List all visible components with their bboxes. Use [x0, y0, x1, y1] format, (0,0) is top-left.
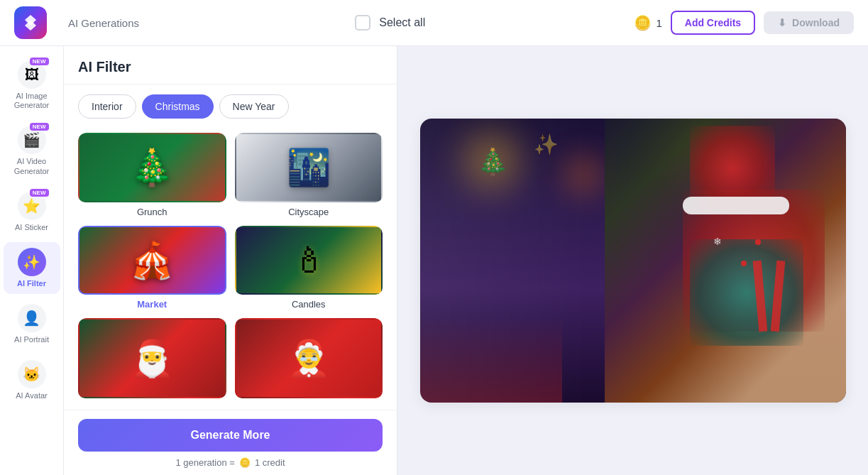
filter-image-candles: 🕯 [235, 226, 383, 295]
add-credits-button[interactable]: Add Credits [671, 11, 755, 35]
tab-interior[interactable]: Interior [78, 94, 136, 119]
sidebar-item-ai-portrait-label: AI Portrait [14, 335, 49, 344]
sidebar-item-ai-image-label: AI Image Generator [11, 92, 53, 110]
sidebar-item-ai-filter-label: AI Filter [17, 279, 46, 288]
generation-coin-icon: 🪙 [239, 457, 251, 468]
preview-area: 🎄 ✨ ❄ [397, 46, 868, 475]
svg-point-0 [28, 21, 33, 25]
ai-generations-nav[interactable]: AI Generations [61, 13, 146, 33]
filter-label-grunch: Grunch [137, 207, 167, 217]
sidebar-item-ai-sticker-label: AI Sticker [15, 223, 48, 232]
filter-image-grunch: 🎄 [78, 133, 226, 202]
credits-count: 1 [656, 17, 661, 29]
sidebar-item-ai-avatar-label: AI Avatar [16, 391, 47, 400]
filter-card-bottom1[interactable]: 🎅 [78, 318, 226, 403]
sidebar: 🖼 NEW AI Image Generator 🎬 NEW AI Video … [0, 46, 64, 475]
sidebar-item-ai-image[interactable]: 🖼 NEW AI Image Generator [4, 55, 60, 116]
credits-display: 🪙 1 [634, 14, 661, 31]
download-button[interactable]: ⬇ Download [764, 11, 854, 34]
filter-image-cityscape: 🌃 [235, 133, 383, 202]
generate-more-button[interactable]: Generate More [78, 419, 383, 452]
topbar-right: 🪙 1 Add Credits ⬇ Download [634, 11, 854, 35]
sidebar-item-ai-sticker[interactable]: ⭐ NEW AI Sticker [4, 186, 60, 238]
coin-icon: 🪙 [634, 14, 652, 31]
filter-label-market: Market [137, 299, 167, 310]
download-label: Download [792, 17, 840, 28]
filter-card-bottom2[interactable]: 🤶 [235, 318, 383, 403]
new-badge-video: NEW [30, 123, 49, 131]
filter-panel-footer: Generate More 1 generation = 🪙 1 credit [64, 410, 397, 475]
filter-panel: AI Filter Interior Christmas New Year 🎄 … [64, 46, 397, 475]
filter-image-bottom1: 🎅 [78, 318, 226, 398]
filter-image-market: 🎪 [78, 226, 226, 295]
download-icon: ⬇ [778, 17, 786, 28]
new-badge-image: NEW [30, 58, 49, 65]
filter-label-cityscape: Cityscape [288, 207, 329, 217]
filter-card-candles[interactable]: 🕯 Candles [235, 226, 383, 310]
new-badge-sticker: NEW [30, 189, 49, 197]
preview-image: 🎄 ✨ ❄ [420, 119, 846, 403]
sidebar-item-ai-video[interactable]: 🎬 NEW AI Video Generator [4, 120, 60, 181]
generation-note: 1 generation = 🪙 1 credit [78, 457, 383, 468]
sidebar-item-ai-filter[interactable]: ✨ AI Filter [4, 242, 60, 294]
filter-label-candles: Candles [292, 299, 326, 310]
topbar: AI Generations Select all 🪙 1 Add Credit… [0, 0, 868, 46]
generation-note-suffix: 1 credit [255, 457, 285, 468]
filter-card-market[interactable]: 🎪 Market [78, 226, 226, 310]
select-all-checkbox[interactable] [355, 15, 370, 31]
select-all-label: Select all [379, 16, 425, 29]
tab-new-year[interactable]: New Year [219, 94, 289, 119]
sidebar-item-ai-portrait[interactable]: 👤 AI Portrait [4, 298, 60, 350]
filter-card-grunch[interactable]: 🎄 Grunch [78, 133, 226, 217]
filter-card-cityscape[interactable]: 🌃 Cityscape [235, 133, 383, 217]
preview-card: 🎄 ✨ ❄ [420, 119, 846, 403]
app-logo[interactable] [14, 6, 47, 39]
generation-note-prefix: 1 generation = [175, 457, 234, 468]
filter-image-bottom2: 🤶 [235, 318, 383, 398]
tab-christmas[interactable]: Christmas [142, 94, 214, 119]
filter-panel-header: AI Filter [64, 46, 397, 84]
sidebar-item-ai-avatar[interactable]: 🐱 AI Avatar [4, 354, 60, 406]
filter-panel-title: AI Filter [78, 59, 383, 75]
filter-tabs: Interior Christmas New Year [64, 84, 397, 126]
sidebar-item-ai-video-label: AI Video Generator [11, 157, 53, 175]
main-content: 🖼 NEW AI Image Generator 🎬 NEW AI Video … [0, 46, 868, 475]
select-all-container: Select all [160, 15, 620, 31]
filter-grid: 🎄 Grunch 🌃 Cityscape 🎪 [64, 126, 397, 410]
